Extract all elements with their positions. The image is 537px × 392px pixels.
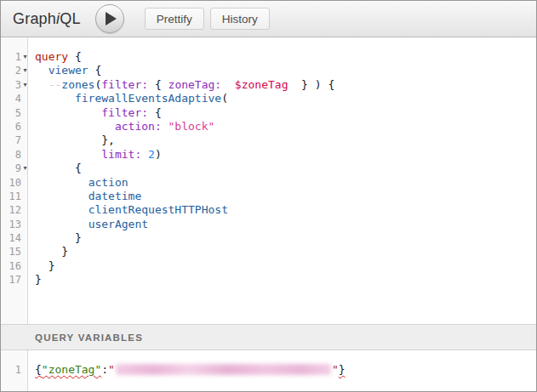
- gutter-cell: 14: [1, 231, 29, 245]
- code-line: 13 userAgent: [1, 218, 536, 231]
- code-token: {: [68, 50, 82, 63]
- line-number: 11: [1, 190, 21, 203]
- fold-arrow-icon[interactable]: ▾: [21, 78, 29, 92]
- redacted-value: [116, 364, 331, 375]
- code-token: }: [35, 259, 54, 272]
- code-text: limit: 2): [29, 148, 162, 162]
- line-number: 7: [1, 134, 21, 147]
- code-token: {: [89, 64, 102, 77]
- code-line: 15 }: [1, 245, 536, 258]
- code-line: 9▾ {: [1, 162, 536, 175]
- line-number: 4: [1, 92, 21, 105]
- code-token: }: [339, 363, 346, 376]
- gutter-cell: 5: [1, 106, 29, 120]
- history-button[interactable]: History: [210, 8, 270, 30]
- code-line: 6 action: "block": [1, 120, 536, 134]
- code-token: ): [155, 148, 162, 161]
- code-token: (: [221, 92, 228, 105]
- code-token: ": [108, 363, 115, 376]
- line-number: 6: [1, 120, 21, 134]
- gutter-cell: 15: [1, 245, 29, 258]
- query-code-lines: 1▾query {2▾ viewer {3▾ --zones(filter: {…: [1, 37, 536, 287]
- gutter-cell: 4: [1, 92, 29, 105]
- code-text: {: [29, 162, 82, 175]
- graphiql-window: GraphiQL Prettify History 1▾query {2▾ vi…: [0, 0, 537, 392]
- line-number: 1: [1, 363, 21, 377]
- code-text: }: [29, 273, 42, 287]
- graphiql-logo: GraphiQL: [13, 10, 81, 28]
- code-token: zones: [61, 78, 94, 91]
- code-token: [221, 78, 235, 91]
- code-token: [35, 218, 89, 230]
- execute-query-button[interactable]: [95, 4, 124, 33]
- variables-code-lines: 1{"zoneTag":""}: [1, 350, 536, 377]
- code-text: action: "block": [29, 120, 214, 134]
- fold-arrow-placeholder: [21, 190, 29, 203]
- code-token: [35, 64, 49, 77]
- line-number: 5: [1, 106, 21, 120]
- fold-arrow-icon[interactable]: ▾: [21, 162, 29, 175]
- code-text: action: [29, 176, 129, 190]
- fold-arrow-icon[interactable]: ▾: [21, 64, 29, 77]
- gutter-cell: 3▾: [1, 78, 29, 92]
- code-token: {: [35, 363, 42, 376]
- fold-arrow-placeholder: [21, 273, 29, 287]
- code-text: firewallEventsAdaptive(: [29, 92, 228, 105]
- gutter-cell: 6: [1, 120, 29, 134]
- line-number: 15: [1, 245, 21, 258]
- line-number: 14: [1, 231, 21, 245]
- code-token: "block": [169, 120, 215, 133]
- code-text: --zones(filter: { zoneTag: $zoneTag } ) …: [29, 78, 334, 92]
- code-text: query {: [29, 50, 82, 64]
- line-number: 12: [1, 203, 21, 217]
- code-text: }: [29, 259, 54, 273]
- code-token: 2: [148, 148, 155, 161]
- gutter-cell: 1▾: [1, 50, 29, 64]
- line-number: 8: [1, 148, 21, 162]
- code-text: }: [29, 231, 82, 245]
- gutter-cell: 1: [1, 363, 29, 377]
- code-line: 7 },: [1, 134, 536, 147]
- code-token: limit:: [101, 148, 141, 161]
- variables-editor[interactable]: 1{"zoneTag":""}: [1, 350, 536, 392]
- code-token: ": [332, 363, 339, 376]
- code-token: viewer: [49, 64, 89, 77]
- code-text: clientRequestHTTPHost: [29, 203, 228, 217]
- code-token: $zoneTag: [235, 78, 288, 91]
- code-token: [35, 148, 101, 161]
- code-token: [35, 78, 49, 91]
- code-token: }: [35, 245, 68, 258]
- query-variables-title[interactable]: QUERY VARIABLES: [35, 332, 143, 343]
- fold-arrow-placeholder: [21, 120, 29, 134]
- code-token: [141, 148, 148, 161]
- prettify-button[interactable]: Prettify: [145, 8, 204, 30]
- query-editor[interactable]: 1▾query {2▾ viewer {3▾ --zones(filter: {…: [1, 37, 536, 324]
- code-line: 12 clientRequestHTTPHost: [1, 203, 536, 217]
- code-token: "zoneTag": [42, 363, 101, 376]
- code-line: 17}: [1, 273, 536, 287]
- code-text: }: [29, 245, 68, 258]
- fold-arrow-placeholder: [21, 203, 29, 217]
- code-token: [35, 176, 89, 189]
- code-text: },: [29, 134, 115, 147]
- fold-arrow-placeholder: [21, 92, 29, 105]
- code-token: filter:: [101, 78, 148, 91]
- gutter-cell: 16: [1, 259, 29, 273]
- line-number: 2: [1, 64, 21, 77]
- line-number: 17: [1, 273, 21, 287]
- code-line: 14 }: [1, 231, 536, 245]
- fold-arrow-placeholder: [21, 134, 29, 147]
- gutter-cell: 2▾: [1, 64, 29, 77]
- gutter-cell: 7: [1, 134, 29, 147]
- code-token: firewallEventsAdaptive: [75, 92, 221, 105]
- code-line: 1{"zoneTag":""}: [1, 363, 536, 377]
- code-token: userAgent: [89, 218, 148, 230]
- code-line: 16 }: [1, 259, 536, 273]
- line-number: 10: [1, 176, 21, 190]
- code-token: },: [35, 134, 115, 146]
- gutter-cell: 8: [1, 148, 29, 162]
- fold-arrow-placeholder: [21, 259, 29, 273]
- fold-arrow-icon[interactable]: ▾: [21, 50, 29, 64]
- code-line: 1▾query {: [1, 50, 536, 64]
- code-token: [35, 120, 115, 133]
